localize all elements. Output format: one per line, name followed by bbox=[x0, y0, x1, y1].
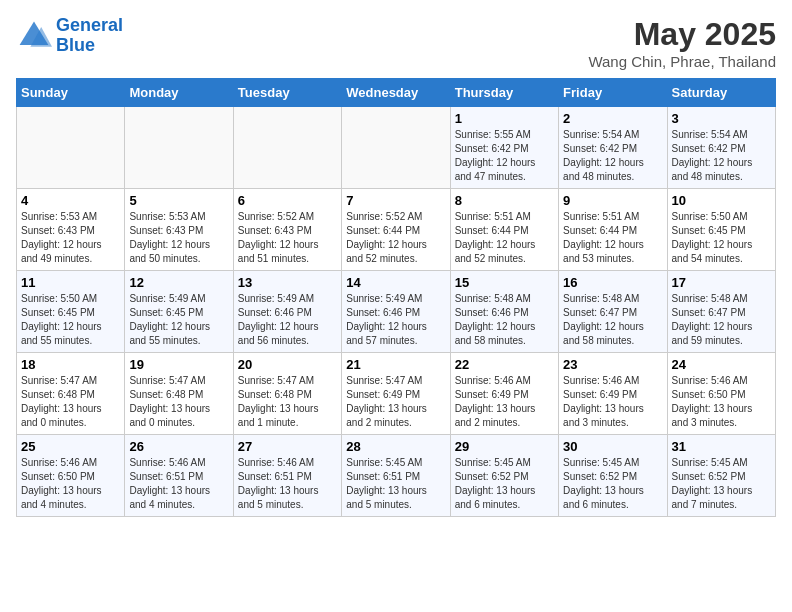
calendar-cell: 16Sunrise: 5:48 AMSunset: 6:47 PMDayligh… bbox=[559, 271, 667, 353]
day-info: Sunrise: 5:51 AMSunset: 6:44 PMDaylight:… bbox=[455, 210, 554, 266]
col-saturday: Saturday bbox=[667, 79, 775, 107]
day-number: 18 bbox=[21, 357, 120, 372]
day-number: 10 bbox=[672, 193, 771, 208]
day-info: Sunrise: 5:45 AMSunset: 6:52 PMDaylight:… bbox=[672, 456, 771, 512]
calendar-cell: 22Sunrise: 5:46 AMSunset: 6:49 PMDayligh… bbox=[450, 353, 558, 435]
col-friday: Friday bbox=[559, 79, 667, 107]
calendar-cell: 12Sunrise: 5:49 AMSunset: 6:45 PMDayligh… bbox=[125, 271, 233, 353]
day-number: 14 bbox=[346, 275, 445, 290]
calendar-cell: 7Sunrise: 5:52 AMSunset: 6:44 PMDaylight… bbox=[342, 189, 450, 271]
day-number: 11 bbox=[21, 275, 120, 290]
day-info: Sunrise: 5:46 AMSunset: 6:50 PMDaylight:… bbox=[672, 374, 771, 430]
day-info: Sunrise: 5:47 AMSunset: 6:49 PMDaylight:… bbox=[346, 374, 445, 430]
calendar-cell: 20Sunrise: 5:47 AMSunset: 6:48 PMDayligh… bbox=[233, 353, 341, 435]
day-info: Sunrise: 5:47 AMSunset: 6:48 PMDaylight:… bbox=[129, 374, 228, 430]
calendar-week-row: 4Sunrise: 5:53 AMSunset: 6:43 PMDaylight… bbox=[17, 189, 776, 271]
day-number: 29 bbox=[455, 439, 554, 454]
calendar-cell bbox=[233, 107, 341, 189]
page-header: General Blue May 2025 Wang Chin, Phrae, … bbox=[16, 16, 776, 70]
day-number: 13 bbox=[238, 275, 337, 290]
calendar-cell: 26Sunrise: 5:46 AMSunset: 6:51 PMDayligh… bbox=[125, 435, 233, 517]
day-info: Sunrise: 5:52 AMSunset: 6:44 PMDaylight:… bbox=[346, 210, 445, 266]
title-block: May 2025 Wang Chin, Phrae, Thailand bbox=[588, 16, 776, 70]
day-info: Sunrise: 5:48 AMSunset: 6:47 PMDaylight:… bbox=[563, 292, 662, 348]
day-info: Sunrise: 5:48 AMSunset: 6:47 PMDaylight:… bbox=[672, 292, 771, 348]
calendar-cell: 28Sunrise: 5:45 AMSunset: 6:51 PMDayligh… bbox=[342, 435, 450, 517]
day-info: Sunrise: 5:45 AMSunset: 6:52 PMDaylight:… bbox=[455, 456, 554, 512]
col-tuesday: Tuesday bbox=[233, 79, 341, 107]
day-number: 15 bbox=[455, 275, 554, 290]
calendar-cell: 10Sunrise: 5:50 AMSunset: 6:45 PMDayligh… bbox=[667, 189, 775, 271]
calendar-title: May 2025 bbox=[588, 16, 776, 53]
calendar-table: Sunday Monday Tuesday Wednesday Thursday… bbox=[16, 78, 776, 517]
day-info: Sunrise: 5:54 AMSunset: 6:42 PMDaylight:… bbox=[672, 128, 771, 184]
day-number: 8 bbox=[455, 193, 554, 208]
day-number: 1 bbox=[455, 111, 554, 126]
logo-text: General Blue bbox=[56, 16, 123, 56]
calendar-cell: 25Sunrise: 5:46 AMSunset: 6:50 PMDayligh… bbox=[17, 435, 125, 517]
calendar-cell: 29Sunrise: 5:45 AMSunset: 6:52 PMDayligh… bbox=[450, 435, 558, 517]
day-info: Sunrise: 5:51 AMSunset: 6:44 PMDaylight:… bbox=[563, 210, 662, 266]
calendar-cell: 14Sunrise: 5:49 AMSunset: 6:46 PMDayligh… bbox=[342, 271, 450, 353]
calendar-subtitle: Wang Chin, Phrae, Thailand bbox=[588, 53, 776, 70]
day-number: 22 bbox=[455, 357, 554, 372]
day-info: Sunrise: 5:45 AMSunset: 6:52 PMDaylight:… bbox=[563, 456, 662, 512]
day-info: Sunrise: 5:52 AMSunset: 6:43 PMDaylight:… bbox=[238, 210, 337, 266]
day-number: 20 bbox=[238, 357, 337, 372]
day-number: 26 bbox=[129, 439, 228, 454]
day-number: 6 bbox=[238, 193, 337, 208]
day-number: 31 bbox=[672, 439, 771, 454]
day-number: 9 bbox=[563, 193, 662, 208]
logo-icon bbox=[16, 18, 52, 54]
calendar-week-row: 25Sunrise: 5:46 AMSunset: 6:50 PMDayligh… bbox=[17, 435, 776, 517]
calendar-cell bbox=[125, 107, 233, 189]
logo-line1: General bbox=[56, 15, 123, 35]
day-info: Sunrise: 5:47 AMSunset: 6:48 PMDaylight:… bbox=[21, 374, 120, 430]
day-info: Sunrise: 5:48 AMSunset: 6:46 PMDaylight:… bbox=[455, 292, 554, 348]
day-info: Sunrise: 5:47 AMSunset: 6:48 PMDaylight:… bbox=[238, 374, 337, 430]
day-number: 2 bbox=[563, 111, 662, 126]
day-info: Sunrise: 5:49 AMSunset: 6:46 PMDaylight:… bbox=[238, 292, 337, 348]
calendar-week-row: 18Sunrise: 5:47 AMSunset: 6:48 PMDayligh… bbox=[17, 353, 776, 435]
col-sunday: Sunday bbox=[17, 79, 125, 107]
day-number: 30 bbox=[563, 439, 662, 454]
day-number: 27 bbox=[238, 439, 337, 454]
col-thursday: Thursday bbox=[450, 79, 558, 107]
day-number: 17 bbox=[672, 275, 771, 290]
day-number: 16 bbox=[563, 275, 662, 290]
calendar-cell: 17Sunrise: 5:48 AMSunset: 6:47 PMDayligh… bbox=[667, 271, 775, 353]
calendar-cell: 27Sunrise: 5:46 AMSunset: 6:51 PMDayligh… bbox=[233, 435, 341, 517]
day-number: 24 bbox=[672, 357, 771, 372]
calendar-cell: 3Sunrise: 5:54 AMSunset: 6:42 PMDaylight… bbox=[667, 107, 775, 189]
day-info: Sunrise: 5:53 AMSunset: 6:43 PMDaylight:… bbox=[21, 210, 120, 266]
calendar-cell: 19Sunrise: 5:47 AMSunset: 6:48 PMDayligh… bbox=[125, 353, 233, 435]
day-info: Sunrise: 5:50 AMSunset: 6:45 PMDaylight:… bbox=[672, 210, 771, 266]
logo: General Blue bbox=[16, 16, 123, 56]
logo-line2: Blue bbox=[56, 35, 95, 55]
day-info: Sunrise: 5:45 AMSunset: 6:51 PMDaylight:… bbox=[346, 456, 445, 512]
day-info: Sunrise: 5:46 AMSunset: 6:50 PMDaylight:… bbox=[21, 456, 120, 512]
day-info: Sunrise: 5:54 AMSunset: 6:42 PMDaylight:… bbox=[563, 128, 662, 184]
day-info: Sunrise: 5:46 AMSunset: 6:51 PMDaylight:… bbox=[238, 456, 337, 512]
calendar-week-row: 11Sunrise: 5:50 AMSunset: 6:45 PMDayligh… bbox=[17, 271, 776, 353]
day-number: 19 bbox=[129, 357, 228, 372]
calendar-cell: 18Sunrise: 5:47 AMSunset: 6:48 PMDayligh… bbox=[17, 353, 125, 435]
calendar-cell: 15Sunrise: 5:48 AMSunset: 6:46 PMDayligh… bbox=[450, 271, 558, 353]
calendar-cell: 2Sunrise: 5:54 AMSunset: 6:42 PMDaylight… bbox=[559, 107, 667, 189]
day-number: 28 bbox=[346, 439, 445, 454]
day-number: 21 bbox=[346, 357, 445, 372]
calendar-cell: 9Sunrise: 5:51 AMSunset: 6:44 PMDaylight… bbox=[559, 189, 667, 271]
day-number: 23 bbox=[563, 357, 662, 372]
calendar-cell: 21Sunrise: 5:47 AMSunset: 6:49 PMDayligh… bbox=[342, 353, 450, 435]
day-info: Sunrise: 5:46 AMSunset: 6:51 PMDaylight:… bbox=[129, 456, 228, 512]
day-number: 7 bbox=[346, 193, 445, 208]
calendar-cell: 11Sunrise: 5:50 AMSunset: 6:45 PMDayligh… bbox=[17, 271, 125, 353]
day-number: 25 bbox=[21, 439, 120, 454]
col-wednesday: Wednesday bbox=[342, 79, 450, 107]
day-info: Sunrise: 5:49 AMSunset: 6:46 PMDaylight:… bbox=[346, 292, 445, 348]
calendar-cell: 30Sunrise: 5:45 AMSunset: 6:52 PMDayligh… bbox=[559, 435, 667, 517]
day-number: 12 bbox=[129, 275, 228, 290]
day-number: 4 bbox=[21, 193, 120, 208]
calendar-cell: 13Sunrise: 5:49 AMSunset: 6:46 PMDayligh… bbox=[233, 271, 341, 353]
calendar-cell: 4Sunrise: 5:53 AMSunset: 6:43 PMDaylight… bbox=[17, 189, 125, 271]
